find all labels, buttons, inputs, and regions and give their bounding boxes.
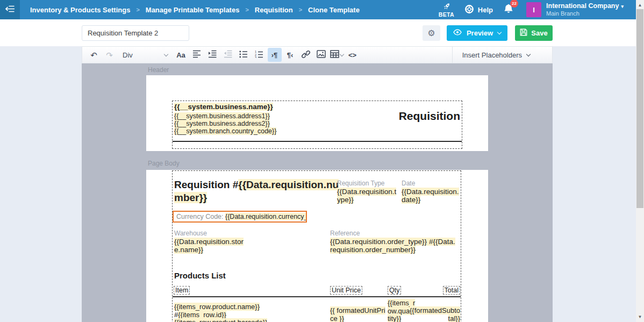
link-icon <box>302 50 310 60</box>
lifesaver-icon <box>464 4 474 16</box>
header-content-block[interactable]: {{__system.business.name}} {{__system.bu… <box>172 101 462 149</box>
redo-button[interactable]: ↷ <box>103 48 117 62</box>
preview-button[interactable]: Preview <box>447 25 507 41</box>
code-view-button[interactable]: <> <box>346 48 360 62</box>
header-divider-line <box>173 141 462 142</box>
table-header-divider-line <box>173 296 461 297</box>
paragraph-format-select[interactable]: Div <box>120 48 170 62</box>
save-button[interactable]: Save <box>515 25 553 41</box>
scroll-up-arrow[interactable]: ▲ <box>636 3 644 8</box>
placeholder-business-name: {{__system.business.name}} <box>174 103 273 111</box>
insert-link-button[interactable] <box>299 48 313 62</box>
insert-image-button[interactable] <box>314 48 328 62</box>
paragraph-ltr-icon: ›¶ <box>271 52 278 59</box>
document-editing-area[interactable]: Header {{__system.business.name}} {{__sy… <box>82 63 553 322</box>
reference-label: Reference <box>330 230 457 237</box>
gear-icon: ⚙ <box>427 28 435 38</box>
body-section-label: Page Body <box>148 160 180 167</box>
breadcrumb-item[interactable]: Requisition <box>255 6 293 14</box>
rocket-icon <box>442 2 451 12</box>
align-left-button[interactable] <box>190 48 204 62</box>
scroll-down-arrow[interactable]: ▼ <box>636 314 644 319</box>
placeholder-business-address2: {{__system.business.address2}} <box>174 120 270 127</box>
unordered-list-icon <box>239 51 248 60</box>
insert-table-button[interactable] <box>330 48 344 62</box>
currency-code-label: Currency Code: <box>176 213 225 220</box>
paragraph-format-value: Div <box>123 51 133 59</box>
action-bar: ⚙ Preview Save <box>0 19 636 46</box>
svg-text:3: 3 <box>255 56 256 58</box>
unordered-list-button[interactable] <box>237 48 251 62</box>
paragraph-ltr-button[interactable]: ›¶ <box>268 48 282 62</box>
table-icon <box>330 50 339 60</box>
warehouse-field: Warehouse {{Data.requisition.store.name}… <box>174 230 247 254</box>
company-name: International Company <box>546 2 619 10</box>
save-icon <box>520 28 527 38</box>
undo-button[interactable]: ↶ <box>87 48 101 62</box>
help-label: Help <box>478 6 493 14</box>
column-header-total: Total <box>443 285 460 295</box>
breadcrumb: Inventory & Products Settings > Manage P… <box>30 6 360 14</box>
header-section-label: Header <box>148 66 169 74</box>
settings-button[interactable]: ⚙ <box>423 25 440 41</box>
window-scrollbar[interactable]: ▲ ▼ <box>636 0 644 322</box>
breadcrumb-separator: > <box>245 6 248 13</box>
template-name-input[interactable] <box>82 25 189 41</box>
indent-icon <box>208 50 217 60</box>
outdent-icon <box>224 50 232 60</box>
company-avatar: I <box>526 2 541 17</box>
help-button[interactable]: Help <box>464 4 493 16</box>
outdent-button[interactable] <box>221 48 235 62</box>
placeholder-requisition-date: {{Data.requisition.date}} <box>402 188 459 204</box>
date-field: Date {{Data.requisition.date}} <box>402 180 461 204</box>
requisition-heading: Requisition #{{Data.requisition.number}} <box>174 178 344 204</box>
insert-placeholders-label: Insert Placeholders <box>462 51 522 59</box>
paragraph-rtl-icon: ¶‹ <box>287 52 294 59</box>
beta-badge[interactable]: BETA <box>439 2 454 18</box>
chevron-down-icon <box>340 52 344 56</box>
breadcrumb-item-current: Clone Template <box>308 6 360 14</box>
placeholder-business-address1: {{__system.business.address1}} <box>174 112 270 120</box>
caret-down-icon: ▾ <box>621 4 624 9</box>
collapse-sidebar-icon <box>5 5 15 15</box>
placeholder-unit-price: {{ formatedUnitPrice }} <box>330 306 385 322</box>
placeholder-product-name: {{items_row.product.name}} <box>174 303 260 311</box>
column-header-item: Item <box>174 285 190 295</box>
placeholder-product-extra: {{items_row.product.barcode}} <box>174 318 267 322</box>
placeholder-reference: {{Data.requisition.order_type}} #{{Data.… <box>330 238 455 254</box>
collapse-sidebar-button[interactable] <box>0 0 20 19</box>
ordered-list-button[interactable]: 123 <box>252 48 266 62</box>
body-page[interactable]: Requisition #{{Data.requisition.number}}… <box>146 170 488 322</box>
breadcrumb-separator: > <box>136 6 139 13</box>
chevron-down-icon <box>164 52 168 56</box>
warehouse-label: Warehouse <box>174 230 247 237</box>
account-menu[interactable]: I International Company▾ Main Branch <box>526 2 624 17</box>
header-page[interactable]: {{__system.business.name}} {{__system.bu… <box>146 75 488 151</box>
image-icon <box>317 50 326 60</box>
indent-button[interactable] <box>205 48 219 62</box>
company-info: International Company▾ Main Branch <box>546 2 624 17</box>
body-content-block[interactable]: Requisition #{{Data.requisition.number}}… <box>172 170 461 322</box>
placeholder-requisition-type: {{Data.requisition.type}} <box>337 188 396 204</box>
breadcrumb-separator: > <box>299 6 302 13</box>
paragraph-rtl-button[interactable]: ¶‹ <box>283 48 297 62</box>
insert-placeholders-dropdown[interactable]: Insert Placeholders <box>452 47 540 63</box>
font-settings-button[interactable]: Aa <box>174 48 188 62</box>
redo-icon: ↷ <box>106 51 113 59</box>
breadcrumb-item[interactable]: Inventory & Products Settings <box>30 6 130 14</box>
notifications-button[interactable]: 22 <box>503 3 514 16</box>
preview-label: Preview <box>467 29 493 37</box>
bell-icon <box>503 6 514 16</box>
beta-label: BETA <box>439 12 454 18</box>
date-label: Date <box>402 180 461 187</box>
placeholder-product-id: {{items_row.id}} <box>178 311 226 319</box>
eye-icon <box>453 29 462 37</box>
undo-icon: ↶ <box>90 51 97 59</box>
scrollbar-thumb[interactable] <box>636 9 643 208</box>
currency-code-element-selected[interactable]: Currency Code: {{Data.requisition.curren… <box>173 211 307 223</box>
notification-count-badge: 22 <box>510 0 518 8</box>
app-window: Inventory & Products Settings > Manage P… <box>0 0 644 322</box>
ordered-list-icon: 123 <box>255 51 263 60</box>
column-header-unit-price: Unit Price <box>330 285 362 295</box>
breadcrumb-item[interactable]: Manage Printable Templates <box>146 6 240 14</box>
